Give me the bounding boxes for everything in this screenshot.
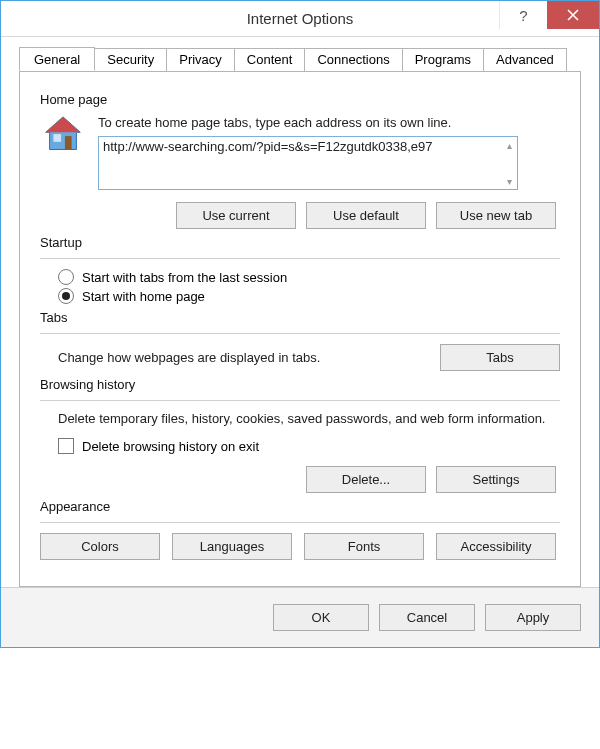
- use-default-button[interactable]: Use default: [306, 202, 426, 229]
- tabs-button[interactable]: Tabs: [440, 344, 560, 371]
- history-section: Browsing history Delete temporary files,…: [40, 377, 560, 493]
- dialog-body: General Security Privacy Content Connect…: [1, 37, 599, 587]
- home-icon: [40, 115, 86, 155]
- divider: [40, 522, 560, 523]
- divider: [40, 333, 560, 334]
- svg-marker-3: [46, 117, 80, 132]
- titlebar: Internet Options ?: [1, 1, 599, 37]
- use-new-tab-button[interactable]: Use new tab: [436, 202, 556, 229]
- close-icon: [567, 9, 579, 21]
- startup-radio-last[interactable]: Start with tabs from the last session: [58, 269, 560, 285]
- radio-icon: [58, 288, 74, 304]
- help-button[interactable]: ?: [499, 1, 547, 29]
- startup-radio-home[interactable]: Start with home page: [58, 288, 560, 304]
- settings-button[interactable]: Settings: [436, 466, 556, 493]
- general-panel: Home page To create home page tabs, type…: [19, 71, 581, 587]
- history-desc: Delete temporary files, history, cookies…: [58, 411, 560, 426]
- divider: [40, 258, 560, 259]
- tabs-section: Tabs Change how webpages are displayed i…: [40, 310, 560, 371]
- apply-button[interactable]: Apply: [485, 604, 581, 631]
- scroll-up-icon[interactable]: ▴: [502, 138, 516, 152]
- startup-section: Startup Start with tabs from the last se…: [40, 235, 560, 304]
- use-current-button[interactable]: Use current: [176, 202, 296, 229]
- homepage-section: Home page To create home page tabs, type…: [40, 92, 560, 229]
- history-buttons: Delete... Settings: [40, 466, 556, 493]
- appearance-buttons: Colors Languages Fonts Accessibility: [40, 533, 560, 560]
- startup-home-label: Start with home page: [82, 289, 205, 304]
- tabs-label: Tabs: [40, 310, 560, 325]
- homepage-url-wrap: ▴ ▾: [98, 136, 518, 190]
- fonts-button[interactable]: Fonts: [304, 533, 424, 560]
- title-buttons: ?: [499, 1, 599, 36]
- delete-on-exit-row[interactable]: Delete browsing history on exit: [58, 438, 560, 454]
- homepage-desc: To create home page tabs, type each addr…: [98, 115, 560, 130]
- tab-content[interactable]: Content: [235, 48, 306, 72]
- tabs-desc: Change how webpages are displayed in tab…: [58, 350, 320, 365]
- delete-on-exit-label: Delete browsing history on exit: [82, 439, 259, 454]
- appearance-section: Appearance Colors Languages Fonts Access…: [40, 499, 560, 560]
- tab-connections[interactable]: Connections: [305, 48, 402, 72]
- checkbox-icon: [58, 438, 74, 454]
- radio-icon: [58, 269, 74, 285]
- homepage-url-input[interactable]: [99, 137, 517, 185]
- cancel-button[interactable]: Cancel: [379, 604, 475, 631]
- close-button[interactable]: [547, 1, 599, 29]
- tab-advanced[interactable]: Advanced: [484, 48, 567, 72]
- tab-strip: General Security Privacy Content Connect…: [19, 47, 581, 72]
- tab-security[interactable]: Security: [95, 48, 167, 72]
- internet-options-window: Internet Options ? General Security Priv…: [0, 0, 600, 648]
- ok-button[interactable]: OK: [273, 604, 369, 631]
- colors-button[interactable]: Colors: [40, 533, 160, 560]
- svg-rect-1: [53, 134, 61, 142]
- homepage-label: Home page: [40, 92, 560, 107]
- startup-last-label: Start with tabs from the last session: [82, 270, 287, 285]
- accessibility-button[interactable]: Accessibility: [436, 533, 556, 560]
- tab-privacy[interactable]: Privacy: [167, 48, 235, 72]
- svg-rect-2: [65, 136, 72, 149]
- appearance-label: Appearance: [40, 499, 560, 514]
- scroll-down-icon[interactable]: ▾: [502, 174, 516, 188]
- delete-button[interactable]: Delete...: [306, 466, 426, 493]
- tab-general[interactable]: General: [19, 47, 95, 71]
- tab-programs[interactable]: Programs: [403, 48, 484, 72]
- languages-button[interactable]: Languages: [172, 533, 292, 560]
- divider: [40, 400, 560, 401]
- homepage-buttons: Use current Use default Use new tab: [40, 202, 556, 229]
- dialog-footer: OK Cancel Apply: [1, 587, 599, 647]
- startup-label: Startup: [40, 235, 560, 250]
- history-label: Browsing history: [40, 377, 560, 392]
